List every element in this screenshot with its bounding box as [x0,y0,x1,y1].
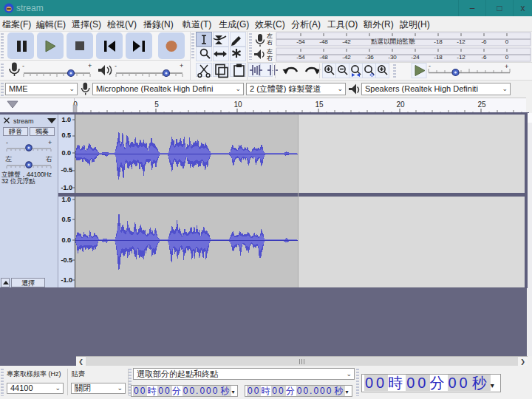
svg-text:-: - [115,62,117,69]
svg-text:+: + [180,62,183,69]
svg-text:+: + [48,139,52,146]
svg-text:-24: -24 [411,54,420,61]
svg-text:-: - [429,63,431,69]
svg-text:-1.0: -1.0 [61,184,72,191]
svg-text:點選以開始監聽: 點選以開始監聽 [370,38,415,45]
svg-text:-36: -36 [365,54,374,61]
svg-text:-42: -42 [342,54,351,61]
svg-text:-0.5: -0.5 [61,256,72,264]
svg-text:左: 左 [267,48,273,55]
svg-text:-12: -12 [457,54,466,61]
svg-text:-54: -54 [296,38,305,45]
svg-text:-54: -54 [296,54,305,61]
svg-text:右: 右 [45,155,52,163]
svg-text:右: 右 [267,39,273,46]
svg-text:-1.0: -1.0 [61,276,72,284]
svg-text:25: 25 [477,100,486,109]
svg-text:0.5: 0.5 [61,132,71,139]
svg-text:-18: -18 [434,38,443,45]
svg-text:+: + [88,62,92,69]
svg-text:-42: -42 [342,38,351,45]
svg-text:-0.5: -0.5 [61,166,72,174]
svg-text:32 位元浮點: 32 位元浮點 [1,177,35,185]
svg-text:-30: -30 [388,54,397,61]
svg-text:0: 0 [505,54,509,61]
svg-text:20: 20 [396,100,405,109]
svg-text:-: - [22,62,24,69]
svg-text:-48: -48 [319,54,328,61]
svg-text:15: 15 [315,100,324,109]
svg-text:1.0: 1.0 [61,196,71,203]
svg-text:10: 10 [233,100,242,109]
svg-text:左: 左 [5,155,12,163]
svg-text:-6: -6 [481,54,487,61]
svg-text:0: 0 [505,38,509,45]
svg-text:-6: -6 [481,38,487,45]
svg-text:0.0: 0.0 [61,236,71,244]
svg-text:5: 5 [154,100,159,109]
svg-text:-18: -18 [434,54,443,61]
svg-text:左: 左 [267,33,273,39]
svg-text:1.0: 1.0 [61,116,71,123]
svg-text:-12: -12 [457,38,466,45]
svg-text:+: + [505,63,508,70]
svg-text:0.5: 0.5 [61,216,71,223]
svg-text:-48: -48 [319,38,328,45]
svg-text:右: 右 [267,55,273,61]
svg-text:-: - [6,139,8,146]
svg-text:0.0: 0.0 [61,149,71,157]
